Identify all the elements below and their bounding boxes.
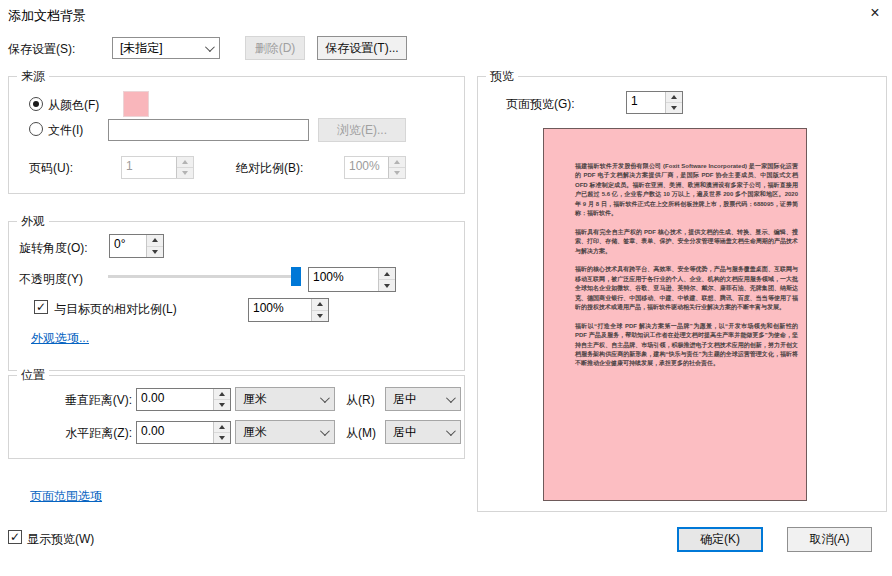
preview-paragraph: 福昕以“打造全球 PDF 解决方案第一品牌”为愿景，以“开发市场领先和创新性的 … <box>575 322 798 369</box>
file-radio[interactable] <box>29 122 43 136</box>
spin-down-icon <box>317 314 323 318</box>
spin-down-button[interactable] <box>389 167 405 178</box>
opacity-label: 不透明度(Y) <box>19 271 83 288</box>
check-icon: ✓ <box>10 530 20 544</box>
saved-settings-select[interactable]: [未指定] <box>112 37 220 59</box>
relative-scale-label: 与目标页的相对比例(L) <box>54 301 177 318</box>
spin-up-button[interactable] <box>312 299 328 310</box>
vertical-distance-spinner[interactable]: 0.00 <box>136 388 231 411</box>
appearance-options-link[interactable]: 外观选项... <box>31 330 89 347</box>
opacity-spinner[interactable]: 100% <box>308 267 396 292</box>
horizontal-distance-label: 水平距离(Z): <box>19 425 132 442</box>
spin-up-button[interactable] <box>379 268 395 279</box>
page-preview-label: 页面预览(G): <box>506 96 575 113</box>
delete-button[interactable]: 删除(D) <box>245 36 305 60</box>
spin-up-icon <box>671 95 677 99</box>
spin-up-icon <box>182 160 188 164</box>
add-document-background-dialog: 添加文档背景 × 保存设置(S): [未指定] 删除(D) 保存设置(T)...… <box>0 0 892 576</box>
preview-paragraph: 福昕的核心技术具有跨平台、高效率、安全等优势，产品与服务覆盖桌面、互联网与移动互… <box>575 265 798 312</box>
horizontal-unit-select[interactable]: 厘米 <box>235 420 335 444</box>
spin-up-icon <box>219 425 225 429</box>
spin-up-button[interactable] <box>177 157 193 167</box>
spin-up-icon <box>219 392 225 396</box>
spin-down-button[interactable] <box>214 399 230 410</box>
relative-scale-checkbox[interactable]: ✓ <box>34 300 48 314</box>
chevron-down-icon <box>446 426 456 436</box>
spin-up-icon <box>384 272 390 276</box>
spin-down-button[interactable] <box>177 167 193 178</box>
horizontal-from-label: 从(M) <box>346 425 376 442</box>
vertical-unit-select[interactable]: 厘米 <box>235 387 335 411</box>
spin-down-button[interactable] <box>147 246 163 258</box>
spin-down-button[interactable] <box>312 310 328 322</box>
absolute-scale-label: 绝对比例(B): <box>236 160 303 177</box>
cancel-button[interactable]: 取消(A) <box>787 527 872 552</box>
relative-scale-spinner[interactable]: 100% <box>248 298 329 322</box>
rotation-label: 旋转角度(O): <box>19 240 88 257</box>
horizontal-from-value: 居中 <box>393 424 417 441</box>
horizontal-from-select[interactable]: 居中 <box>385 420 461 444</box>
saved-settings-value: [未指定] <box>120 40 163 57</box>
preview-page: 福建福昕软件开发股份有限公司 (Foxit Software Incorpora… <box>543 128 807 501</box>
ok-button[interactable]: 确定(K) <box>677 527 763 552</box>
rotation-value: 0° <box>110 235 146 257</box>
chevron-down-icon <box>320 393 330 403</box>
spin-up-icon <box>317 302 323 306</box>
absolute-scale-spinner[interactable]: 100% <box>344 156 406 179</box>
browse-button[interactable]: 浏览(E)... <box>318 118 406 142</box>
radio-dot-icon <box>33 101 39 107</box>
preview-paragraph: 福昕具有完全自主产权的 PDF 核心技术，提供文档的生成、转换、显示、编辑、搜索… <box>575 228 798 256</box>
page-number-value: 1 <box>122 157 176 178</box>
spin-up-button[interactable] <box>389 157 405 167</box>
horizontal-distance-value: 0.00 <box>137 422 213 443</box>
absolute-scale-value: 100% <box>345 157 388 178</box>
spin-down-icon <box>384 284 390 288</box>
opacity-value: 100% <box>309 268 378 291</box>
spin-down-icon <box>671 106 677 110</box>
chevron-down-icon <box>320 426 330 436</box>
vertical-distance-label: 垂直距离(V): <box>19 392 132 409</box>
appearance-group: 外观 旋转角度(O): 0° 不透明度(Y) 100% ✓ 与目标页的相对比例(… <box>8 221 465 371</box>
page-preview-spinner[interactable]: 1 <box>626 91 683 114</box>
preview-group-legend: 预览 <box>486 68 518 85</box>
opacity-slider-handle[interactable] <box>291 267 301 286</box>
relative-scale-value: 100% <box>249 299 311 321</box>
spin-up-button[interactable] <box>147 235 163 246</box>
color-swatch[interactable] <box>123 91 149 117</box>
spin-down-button[interactable] <box>214 432 230 443</box>
file-path-input[interactable] <box>108 119 309 141</box>
close-icon[interactable]: × <box>864 2 886 24</box>
save-settings-button[interactable]: 保存设置(T)... <box>317 36 407 60</box>
source-group: 来源 从颜色(F) 文件(I) 浏览(E)... 页码(U): 1 绝对比例(B… <box>8 76 465 194</box>
chevron-down-icon <box>446 393 456 403</box>
preview-group: 预览 页面预览(G): 1 福建福昕软件开发股份有限公司 (Foxit Soft… <box>477 76 887 512</box>
rotation-spinner[interactable]: 0° <box>109 234 164 258</box>
show-preview-checkbox[interactable]: ✓ <box>8 530 22 544</box>
page-number-label: 页码(U): <box>29 160 73 177</box>
spin-up-button[interactable] <box>214 389 230 399</box>
vertical-from-select[interactable]: 居中 <box>385 387 461 411</box>
spin-down-icon <box>219 436 225 440</box>
page-number-spinner[interactable]: 1 <box>121 156 194 179</box>
from-color-radio[interactable] <box>29 97 43 111</box>
spin-up-button[interactable] <box>666 92 682 102</box>
horizontal-distance-spinner[interactable]: 0.00 <box>136 421 231 444</box>
vertical-distance-value: 0.00 <box>137 389 213 410</box>
file-label: 文件(I) <box>48 122 83 139</box>
spin-down-icon <box>182 171 188 175</box>
preview-paragraph: 福建福昕软件开发股份有限公司 (Foxit Software Incorpora… <box>575 162 798 219</box>
spin-down-icon <box>219 403 225 407</box>
spin-up-button[interactable] <box>214 422 230 432</box>
page-range-options-link[interactable]: 页面范围选项 <box>30 488 102 505</box>
save-settings-label: 保存设置(S): <box>8 41 75 58</box>
spin-down-button[interactable] <box>379 279 395 291</box>
opacity-slider-track[interactable] <box>108 275 298 278</box>
appearance-group-legend: 外观 <box>17 213 49 230</box>
horizontal-unit-value: 厘米 <box>243 424 267 441</box>
source-group-legend: 来源 <box>17 68 49 85</box>
vertical-from-label: 从(R) <box>346 392 375 409</box>
spin-down-button[interactable] <box>666 102 682 113</box>
show-preview-label: 显示预览(W) <box>27 531 94 548</box>
spin-down-icon <box>152 250 158 254</box>
page-preview-value: 1 <box>627 92 665 113</box>
